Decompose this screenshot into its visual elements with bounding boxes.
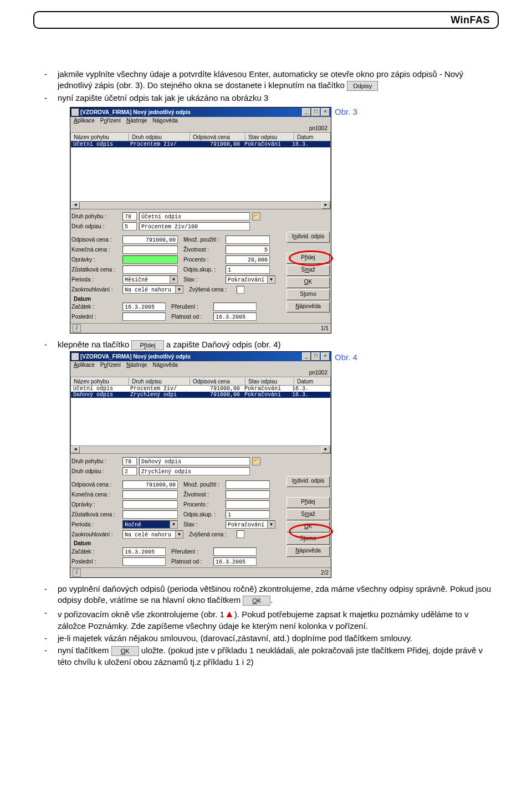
opravky-input[interactable] — [122, 255, 178, 264]
column-header[interactable]: Název pohybu — [71, 133, 129, 141]
odpisova-cena-input[interactable]: 791000,00 — [122, 235, 178, 244]
ok-button[interactable]: OK — [287, 521, 330, 532]
column-header[interactable]: Druh odpisu — [129, 133, 190, 141]
odpisy-button-inline[interactable]: Odpisy — [347, 81, 378, 91]
menu-item[interactable]: Aplikace — [74, 362, 95, 368]
chevron-down-icon[interactable]: ▼ — [176, 530, 183, 539]
menu-item[interactable]: Nápověda — [152, 117, 178, 124]
druh-odpisu-name-input[interactable]: Procentem živ/100 — [139, 222, 250, 231]
chevron-down-icon[interactable]: ▼ — [170, 520, 178, 529]
odpisova-cena-input[interactable]: 791000,00 — [122, 480, 178, 489]
menu-item[interactable]: Nástroje — [126, 362, 147, 368]
ok-button-inline[interactable]: OK — [243, 596, 270, 606]
platnost-od-input[interactable]: 16.3.2005 — [213, 313, 257, 321]
stav-dropdown[interactable]: Pokračování▼ — [226, 520, 275, 529]
column-header[interactable]: Odpisová cena — [190, 133, 245, 141]
scroll-left-icon[interactable]: ◄ — [71, 202, 80, 209]
posledni-input[interactable] — [122, 313, 166, 321]
chevron-down-icon[interactable]: ▼ — [176, 285, 183, 294]
druh-pohybu-code-input[interactable]: 79 — [122, 457, 137, 465]
individ-odpis-button[interactable]: Individ. odpis — [287, 476, 330, 487]
storno-button[interactable]: Storno — [287, 289, 330, 300]
info-icon[interactable]: i — [73, 568, 81, 577]
konecna-cena-input[interactable] — [122, 490, 178, 499]
close-button[interactable]: × — [321, 352, 330, 361]
grid-body[interactable]: Účetní odpisProcentem živ/791000,00Pokra… — [70, 141, 331, 202]
preruseni-input[interactable] — [213, 547, 257, 556]
table-row[interactable]: Účetní odpisProcentem živ/791000,00Pokra… — [71, 386, 330, 392]
stav-dropdown[interactable]: Pokračování▼ — [226, 275, 275, 284]
zaokrouhlovani-dropdown[interactable]: Na celé nahoru▼ — [122, 530, 183, 539]
odpis-skup-input[interactable]: 1 — [226, 510, 270, 519]
druh-odpisu-code-input[interactable]: 5 — [122, 222, 137, 231]
column-header[interactable]: Stav odpisu — [245, 377, 294, 385]
maximize-button[interactable]: □ — [311, 108, 320, 116]
individ-odpis-button[interactable]: Individ. odpis — [287, 232, 330, 243]
smaz-button[interactable]: Smaž — [287, 509, 330, 520]
zivotnost-input[interactable] — [226, 490, 270, 499]
posledni-input[interactable] — [122, 557, 166, 566]
napoveda-button[interactable]: Nápověda — [287, 301, 330, 313]
menu-item[interactable]: Aplikace — [74, 117, 95, 124]
chevron-down-icon[interactable]: ▼ — [268, 520, 275, 529]
scroll-right-icon[interactable]: ► — [321, 202, 330, 209]
perioda-dropdown[interactable]: Ročně▼ — [122, 520, 178, 529]
zacatek-input[interactable]: 16.3.2005 — [122, 303, 166, 311]
column-header[interactable]: Druh odpisu — [129, 377, 190, 385]
menu-item[interactable]: Pořízení — [100, 117, 121, 124]
scroll-right-icon[interactable]: ► — [321, 446, 330, 453]
column-header[interactable]: Stav odpisu — [245, 133, 294, 141]
konecna-cena-input[interactable] — [122, 245, 178, 254]
zustatkova-cena-input[interactable] — [122, 510, 178, 519]
procento-input[interactable] — [226, 500, 270, 509]
platnost-od-input[interactable]: 16.3.2005 — [213, 557, 257, 566]
info-icon[interactable]: i — [73, 324, 81, 332]
storno-button[interactable]: Storno — [287, 534, 330, 545]
column-header[interactable]: Název pohybu — [71, 377, 129, 385]
pridej-button[interactable]: Přidej — [287, 253, 330, 264]
zaokrouhlovani-dropdown[interactable]: Na celé nahoru▼ — [122, 285, 183, 294]
minimize-button[interactable]: _ — [302, 108, 311, 116]
scroll-left-icon[interactable]: ◄ — [71, 446, 80, 453]
maximize-button[interactable]: □ — [311, 352, 320, 361]
druh-pohybu-name-input[interactable]: Daňový odpis — [139, 457, 250, 465]
titlebar[interactable]: [VZOROVA_FIRMA] Nový jednotlivý odpis_□× — [70, 352, 331, 361]
smaz-button[interactable]: Smaž — [287, 265, 330, 276]
horizontal-scrollbar[interactable]: ◄► — [70, 446, 331, 454]
opravky-input[interactable] — [122, 500, 178, 509]
ok-button-inline-2[interactable]: OK — [111, 646, 139, 656]
zvysena-cena-checkbox[interactable] — [237, 530, 244, 538]
zacatek-input[interactable]: 16.3.2005 — [122, 547, 166, 556]
pridej-button-inline[interactable]: Přidej — [131, 340, 163, 350]
zivotnost-input[interactable]: 5 — [226, 245, 270, 254]
table-row[interactable]: Daňový odpisZrychlený odpi791000,00Pokra… — [71, 392, 330, 398]
mnoz-pouziti-input[interactable] — [226, 235, 270, 244]
horizontal-scrollbar[interactable]: ◄► — [70, 202, 331, 209]
column-header[interactable]: Datum — [294, 133, 330, 141]
minimize-button[interactable]: _ — [302, 352, 311, 361]
folder-icon[interactable]: 📂 — [252, 212, 260, 221]
preruseni-input[interactable] — [213, 303, 257, 311]
druh-pohybu-code-input[interactable]: 78 — [122, 212, 137, 221]
chevron-down-icon[interactable]: ▼ — [170, 275, 178, 284]
procento-input[interactable]: 20,000 — [226, 255, 270, 264]
menu-item[interactable]: Nástroje — [126, 117, 147, 124]
pridej-button[interactable]: Přidej — [287, 497, 330, 508]
zvysena-cena-checkbox[interactable] — [237, 286, 244, 294]
column-header[interactable]: Odpisová cena — [190, 377, 245, 385]
close-button[interactable]: × — [321, 108, 330, 116]
druh-odpisu-code-input[interactable]: 2 — [122, 467, 137, 475]
menu-item[interactable]: Nápověda — [152, 362, 178, 368]
column-header[interactable]: Datum — [294, 377, 330, 385]
druh-odpisu-name-input[interactable]: Zrychlený odpis — [139, 467, 250, 475]
titlebar[interactable]: [VZOROVA_FIRMA] Nový jednotlivý odpis_□× — [70, 107, 331, 117]
mnoz-pouziti-input[interactable] — [226, 480, 270, 489]
napoveda-button[interactable]: Nápověda — [287, 546, 330, 557]
ok-button[interactable]: OK — [287, 277, 330, 288]
grid-body[interactable]: Účetní odpisProcentem živ/791000,00Pokra… — [70, 385, 331, 446]
chevron-down-icon[interactable]: ▼ — [268, 275, 275, 284]
odpis-skup-input[interactable]: 1 — [226, 265, 270, 274]
perioda-dropdown[interactable]: Měsíčně▼ — [122, 275, 178, 284]
folder-icon[interactable]: 📂 — [252, 457, 260, 465]
zustatkova-cena-input[interactable] — [122, 265, 178, 274]
